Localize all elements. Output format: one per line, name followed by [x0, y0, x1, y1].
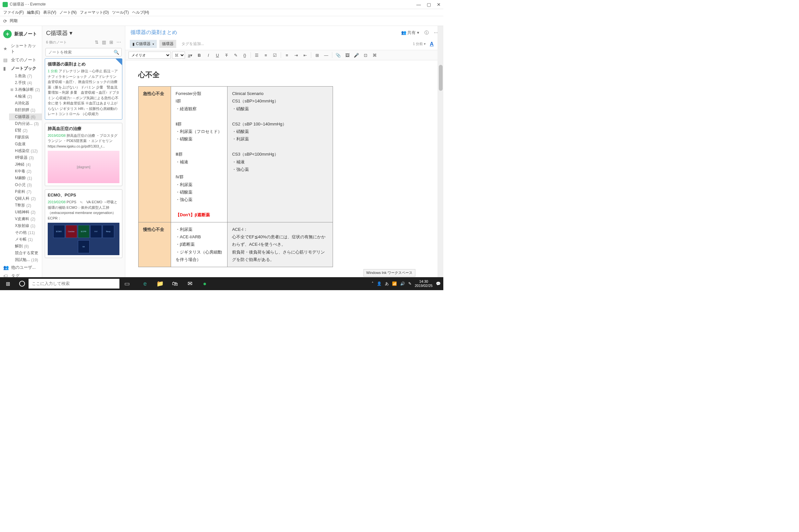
- volume-icon[interactable]: 🔊: [400, 281, 405, 286]
- image-button[interactable]: 🖼: [343, 52, 351, 59]
- add-tag-input[interactable]: タグを追加...: [179, 41, 204, 47]
- notebook-item[interactable]: A消化器: [9, 100, 42, 107]
- taskview-icon[interactable]: ▭: [120, 277, 134, 290]
- menu-file[interactable]: ファイル(F): [2, 9, 25, 16]
- notebook-item[interactable]: E腎(2): [9, 127, 42, 134]
- timestamp[interactable]: 1 分前 ▾: [413, 41, 426, 46]
- more-icon[interactable]: ⋯: [116, 40, 121, 45]
- note-card[interactable]: ECMO、PCPS2019/02/08 PCPS ≒ VA ECMO →呼吸と循…: [45, 189, 122, 258]
- start-button[interactable]: ⊞: [0, 277, 16, 290]
- sync-label[interactable]: 同期: [10, 18, 18, 24]
- notebook-item[interactable]: T整形(2): [9, 202, 42, 209]
- share-button[interactable]: 👥 共有 ▾: [401, 30, 419, 36]
- number-list-button[interactable]: ≡: [262, 52, 270, 59]
- attach-button[interactable]: 📎: [334, 52, 342, 59]
- highlight-button[interactable]: ✎: [232, 52, 239, 59]
- font-select[interactable]: メイリオ: [128, 52, 171, 59]
- hr-button[interactable]: —: [322, 52, 330, 59]
- note-card[interactable]: 肺高血圧症の治療2019/02/08 肺高血圧症の治療 ・プロスタグランジン ・…: [45, 123, 122, 186]
- notebook-item[interactable]: O小児(3): [9, 182, 42, 188]
- sidebar-other-users[interactable]: 👥他のユーザ...: [0, 263, 42, 272]
- maximize-button[interactable]: ▢: [427, 2, 431, 7]
- taskbar-search[interactable]: ここに入力して検索: [29, 279, 120, 288]
- filter-icon[interactable]: ⊞: [109, 40, 113, 45]
- bullet-list-button[interactable]: ☰: [253, 52, 260, 59]
- notebook-item[interactable]: X放射線(1): [9, 222, 42, 229]
- sidebar-all-notes[interactable]: ▤全てのノート: [0, 56, 42, 64]
- sidebar-tags[interactable]: 🏷タグ: [0, 272, 42, 277]
- color-button[interactable]: a ▾: [186, 52, 194, 59]
- network-icon[interactable]: 📶: [392, 281, 397, 286]
- sort-icon[interactable]: ⇅: [95, 40, 99, 45]
- notebook-item[interactable]: Q婦人科(2): [9, 195, 42, 202]
- checkbox-button[interactable]: ☑: [271, 52, 279, 59]
- notebook-item[interactable]: 解剖(8): [9, 243, 42, 250]
- menu-view[interactable]: 表示(V): [42, 9, 57, 16]
- sidebar-shortcut[interactable]: ★ショートカット: [0, 41, 42, 56]
- info-icon[interactable]: ⓘ: [424, 30, 429, 36]
- notebook-item[interactable]: K中毒(2): [9, 168, 42, 175]
- notebook-chip[interactable]: ▮C循環器▾: [130, 40, 157, 48]
- sidebar-notebooks[interactable]: ▮ノートブック: [0, 64, 42, 73]
- close-button[interactable]: ✕: [437, 2, 441, 7]
- tag-chip[interactable]: 循環器: [159, 40, 176, 48]
- explorer-icon[interactable]: 📁: [152, 277, 167, 290]
- notebook-item[interactable]: ⊞3.画像診断(2): [9, 86, 42, 93]
- ime-icon[interactable]: あ: [385, 281, 389, 287]
- notebook-item[interactable]: I呼吸器(3): [9, 154, 42, 161]
- menu-edit[interactable]: 編集(E): [26, 9, 41, 16]
- clock[interactable]: 14:30 2019/02/25: [415, 280, 433, 288]
- minimize-button[interactable]: —: [416, 2, 421, 7]
- italic-button[interactable]: I: [204, 52, 212, 59]
- notelist-title[interactable]: C循環器 ▾: [46, 29, 121, 37]
- scroll-thumb[interactable]: [439, 65, 443, 91]
- notebook-item[interactable]: B肝胆膵(1): [9, 107, 42, 113]
- notebook-item[interactable]: メモ帳(1): [9, 236, 42, 243]
- note-card[interactable]: 循環器の薬剤まとめ1 分前 アドレナリン 静注→心停止 筋注→アナフィラキシーシ…: [45, 58, 122, 120]
- sync-icon[interactable]: ⟳: [3, 18, 7, 24]
- notebook-item[interactable]: P産科(7): [9, 188, 42, 195]
- indent-button[interactable]: ⇥: [292, 52, 300, 59]
- notebook-item[interactable]: 2.手技(4): [9, 79, 42, 86]
- store-icon[interactable]: 🛍: [167, 277, 182, 290]
- audio-button[interactable]: 🎤: [352, 52, 360, 59]
- evernote-taskbar-icon[interactable]: ●: [197, 277, 212, 290]
- menu-help[interactable]: ヘルプ(H): [131, 9, 150, 16]
- notebook-item[interactable]: V皮膚科(2): [9, 215, 42, 222]
- notebook-item[interactable]: D内分泌...(3): [9, 120, 42, 127]
- menu-note[interactable]: ノート(N): [58, 9, 78, 16]
- note-title[interactable]: 循環器の薬剤まとめ: [130, 29, 177, 36]
- notebook-item[interactable]: 競合する変更: [9, 250, 42, 256]
- menu-format[interactable]: フォーマット(O): [78, 9, 110, 16]
- notebook-item[interactable]: J神経(4): [9, 161, 42, 168]
- notebook-item[interactable]: 1.救急(7): [9, 73, 42, 79]
- mail-icon[interactable]: ✉: [182, 277, 197, 290]
- notebook-item[interactable]: 4.輸液(2): [9, 93, 42, 100]
- shortcut-button[interactable]: ⌘: [370, 52, 378, 59]
- tray-up-icon[interactable]: ˄: [371, 281, 374, 286]
- text-color-icon[interactable]: A: [430, 41, 434, 47]
- notifications-icon[interactable]: 💬: [436, 281, 441, 286]
- notebook-item[interactable]: C循環器(6): [9, 113, 42, 120]
- notebook-item[interactable]: U精神科(2): [9, 209, 42, 215]
- underline-button[interactable]: U: [214, 52, 221, 59]
- notebook-item[interactable]: H感染症(12): [9, 148, 42, 154]
- people-icon[interactable]: 👤: [377, 281, 382, 286]
- edge-icon[interactable]: e: [138, 277, 152, 290]
- notebook-item[interactable]: 国試勉...(19): [9, 256, 42, 263]
- size-select[interactable]: 10: [172, 52, 185, 59]
- note-body[interactable]: 心不全 急性心不全 Forrester分類 Ⅰ群 ・経過観察 Ⅱ群 ・利尿薬（フ…: [125, 60, 443, 277]
- cortana-button[interactable]: [16, 277, 29, 290]
- notebook-item[interactable]: G血液: [9, 141, 42, 148]
- view-icon[interactable]: ▥: [102, 40, 106, 45]
- strike-button[interactable]: T: [223, 52, 231, 59]
- table-button[interactable]: ⊞: [313, 52, 321, 59]
- new-note-button[interactable]: + 新規ノート: [0, 28, 42, 41]
- align-button[interactable]: ≡: [283, 52, 291, 59]
- notebook-item[interactable]: F膠原病: [9, 134, 42, 141]
- notebook-item[interactable]: M麻酔(1): [9, 175, 42, 182]
- code-button[interactable]: {}: [241, 52, 249, 59]
- scrollbar[interactable]: [437, 26, 443, 277]
- ink-icon[interactable]: ✎: [408, 281, 412, 286]
- search-icon[interactable]: 🔍: [114, 50, 119, 55]
